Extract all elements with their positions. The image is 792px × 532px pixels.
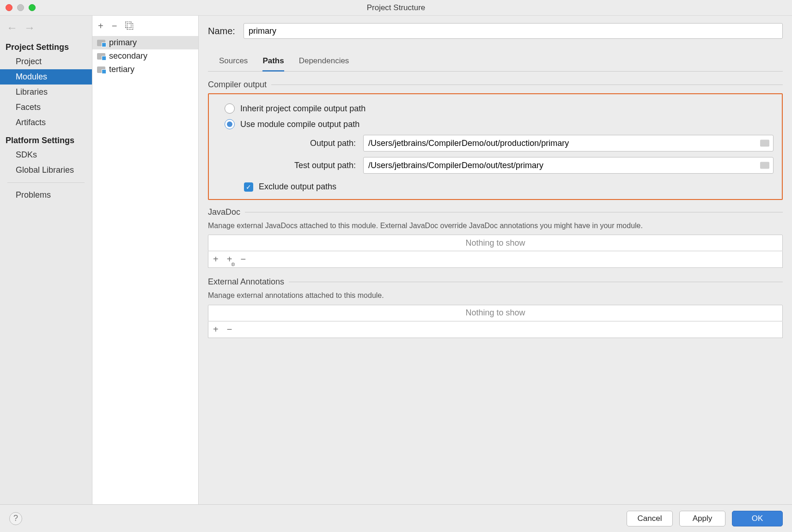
tab-paths[interactable]: Paths [262, 53, 284, 72]
help-button[interactable]: ? [9, 512, 22, 525]
window-title: Project Structure [0, 3, 792, 12]
sidebar-item-problems[interactable]: Problems [0, 187, 92, 203]
remove-annotation-icon[interactable]: − [227, 324, 232, 335]
radio-inherit-row[interactable]: Inherit project compile output path [217, 101, 774, 116]
module-folder-icon [97, 40, 105, 46]
tab-dependencies[interactable]: Dependencies [299, 53, 349, 71]
sidebar-item-project[interactable]: Project [0, 54, 92, 69]
module-folder-icon [97, 53, 105, 60]
sidebar-item-libraries[interactable]: Libraries [0, 85, 92, 100]
ok-button[interactable]: OK [732, 511, 783, 526]
remove-module-icon[interactable]: − [112, 21, 117, 31]
module-name-input[interactable] [244, 23, 783, 39]
radio-use-module-label: Use module compile output path [240, 120, 359, 129]
module-item-secondary[interactable]: secondary [92, 49, 198, 63]
module-content-panel: Name: Sources Paths Dependencies Compile… [199, 16, 792, 504]
ext-annotations-help-text: Manage external annotations attached to … [208, 290, 783, 301]
ext-annotations-empty-text: Nothing to show [465, 308, 525, 318]
javadoc-empty-text: Nothing to show [465, 238, 525, 248]
compiler-output-highlight: Inherit project compile output path Use … [208, 93, 783, 200]
cancel-button[interactable]: Cancel [627, 511, 673, 526]
module-list: primary secondary tertiary [92, 36, 198, 504]
dialog-button-bar: ? Cancel Apply OK [0, 504, 792, 532]
sidebar-item-facets[interactable]: Facets [0, 100, 92, 115]
module-item-label: secondary [109, 51, 147, 61]
add-annotation-icon[interactable]: + [213, 324, 219, 335]
test-output-path-input[interactable] [364, 161, 773, 170]
exclude-output-label: Exclude output paths [259, 182, 336, 192]
settings-sidebar: ← → Project Settings Project Modules Lib… [0, 16, 92, 504]
radio-use-module-row[interactable]: Use module compile output path [217, 116, 774, 132]
modules-toolbar: + − ⿻ [92, 16, 198, 36]
modules-panel: + − ⿻ primary secondary tertiary [92, 16, 199, 504]
section-javadoc: JavaDoc [208, 207, 783, 217]
test-output-path-label: Test output path: [236, 161, 356, 170]
javadoc-help-text: Manage external JavaDocs attached to thi… [208, 221, 783, 231]
output-path-input[interactable] [364, 139, 773, 148]
radio-use-module[interactable] [225, 119, 235, 129]
section-compiler-output: Compiler output [208, 80, 783, 90]
tab-sources[interactable]: Sources [219, 53, 248, 71]
javadoc-toolbar: + +◍ − [208, 251, 783, 268]
exclude-output-checkbox[interactable]: ✓ [244, 182, 253, 192]
add-javadoc-url-icon[interactable]: +◍ [227, 254, 232, 265]
output-path-field[interactable] [363, 135, 774, 151]
sidebar-item-global-libraries[interactable]: Global Libraries [0, 163, 92, 178]
module-folder-icon [97, 66, 105, 73]
titlebar: Project Structure [0, 0, 792, 16]
sidebar-item-sdks[interactable]: SDKs [0, 147, 92, 163]
remove-javadoc-icon[interactable]: − [240, 254, 246, 265]
module-item-tertiary[interactable]: tertiary [92, 63, 198, 76]
apply-button[interactable]: Apply [679, 511, 725, 526]
heading-project-settings: Project Settings [0, 37, 92, 54]
name-label: Name: [208, 26, 235, 36]
test-output-path-field[interactable] [363, 157, 774, 174]
section-external-annotations: External Annotations [208, 277, 783, 287]
radio-inherit[interactable] [225, 103, 235, 114]
ext-annotations-list[interactable]: Nothing to show [208, 305, 783, 321]
module-item-label: tertiary [109, 65, 134, 74]
ext-annotations-toolbar: + − [208, 321, 783, 338]
copy-module-icon[interactable]: ⿻ [125, 21, 134, 31]
heading-platform-settings: Platform Settings [0, 130, 92, 147]
exclude-output-row[interactable]: ✓ Exclude output paths [217, 176, 774, 193]
module-tabs: Sources Paths Dependencies [208, 53, 783, 72]
sidebar-item-modules[interactable]: Modules [0, 69, 92, 85]
nav-arrows: ← → [0, 16, 92, 37]
radio-inherit-label: Inherit project compile output path [240, 104, 366, 114]
nav-forward-icon[interactable]: → [24, 21, 35, 34]
browse-folder-icon[interactable] [760, 140, 769, 147]
add-module-icon[interactable]: + [98, 21, 104, 31]
javadoc-list[interactable]: Nothing to show [208, 235, 783, 251]
module-item-label: primary [109, 38, 137, 48]
module-item-primary[interactable]: primary [92, 36, 198, 49]
add-javadoc-icon[interactable]: + [213, 254, 219, 265]
sidebar-item-artifacts[interactable]: Artifacts [0, 115, 92, 130]
output-path-label: Output path: [236, 139, 356, 148]
sidebar-divider [7, 182, 85, 183]
browse-folder-icon[interactable] [760, 162, 769, 169]
nav-back-icon[interactable]: ← [6, 21, 18, 34]
